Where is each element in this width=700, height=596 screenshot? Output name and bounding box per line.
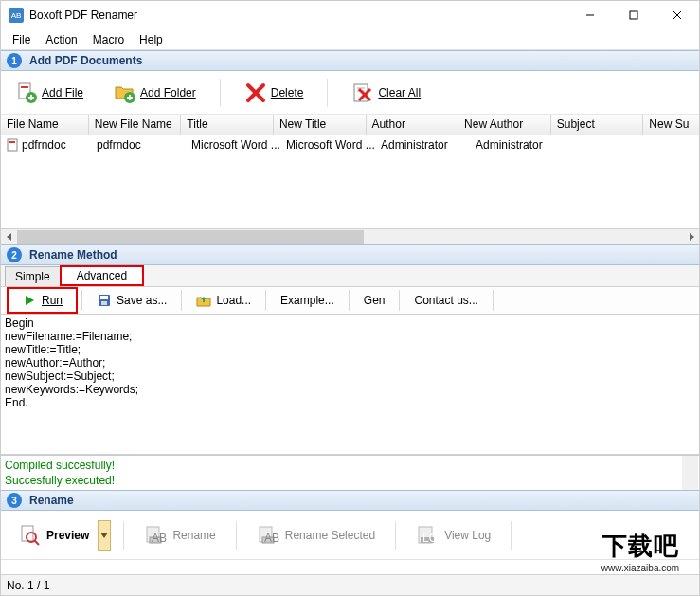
col-newauthor[interactable]: New Author [458, 115, 551, 135]
col-filename[interactable]: File Name [1, 115, 89, 135]
tabs: Simple Advanced [1, 265, 699, 286]
close-button[interactable] [655, 1, 699, 29]
menu-action[interactable]: Action [38, 31, 84, 48]
section-rename-method: 2 Rename Method [1, 244, 699, 265]
load-icon [196, 293, 211, 308]
window-title: Boxoft PDF Renamer [29, 9, 568, 22]
svg-text:AB: AB [152, 532, 167, 545]
contact-label: Contact us... [414, 294, 477, 307]
save-as-label: Save as... [117, 294, 167, 307]
svg-rect-5 [21, 86, 28, 88]
toolbar-rename: Preview AB Rename AB Rename Selected LOG… [1, 511, 699, 560]
menu-help[interactable]: Help [132, 31, 171, 48]
delete-label: Delete [271, 86, 304, 99]
col-newtitle[interactable]: New Title [274, 115, 367, 135]
maximize-button[interactable] [612, 1, 655, 29]
app-icon: AB [9, 8, 24, 23]
col-newsubject[interactable]: New Su [643, 115, 699, 135]
section-title: Add PDF Documents [29, 54, 142, 67]
preview-dropdown[interactable] [98, 520, 111, 551]
cell-title: Microsoft Word ... [186, 136, 280, 154]
menu-file[interactable]: File [5, 31, 38, 48]
add-folder-icon [114, 81, 136, 104]
example-label: Example... [280, 294, 334, 307]
view-log-label: View Log [444, 529, 491, 542]
rename-selected-button[interactable]: AB Rename Selected [248, 519, 384, 551]
view-log-button[interactable]: LOG View Log [407, 519, 499, 551]
delete-button[interactable]: Delete [238, 77, 311, 109]
gen-button[interactable]: Gen [353, 290, 396, 311]
clear-all-label: Clear All [378, 86, 421, 99]
grid-body[interactable]: pdfrndoc pdfrndoc Microsoft Word ... Mic… [1, 135, 699, 228]
col-title[interactable]: Title [181, 115, 274, 135]
col-subject[interactable]: Subject [551, 115, 644, 135]
statusbar: No. 1 / 1 [1, 574, 699, 595]
svg-text:LOG: LOG [422, 532, 439, 545]
section-number: 1 [7, 53, 22, 68]
svg-rect-19 [8, 139, 17, 151]
example-button[interactable]: Example... [270, 290, 345, 311]
rename-button[interactable]: AB Rename [135, 519, 224, 551]
preview-button-group: Preview [9, 518, 112, 552]
scroll-thumb[interactable] [17, 230, 364, 244]
vertical-scrollbar[interactable] [682, 456, 698, 490]
preview-button[interactable]: Preview [9, 519, 98, 551]
delete-icon [244, 81, 267, 104]
svg-rect-22 [100, 296, 108, 299]
section-add-documents: 1 Add PDF Documents [1, 50, 699, 71]
svg-line-26 [34, 540, 39, 545]
add-file-button[interactable]: Add File [9, 77, 90, 109]
cell-newfilename: pdfrndoc [91, 136, 186, 154]
save-as-button[interactable]: Save as... [86, 289, 177, 312]
svg-rect-1 [630, 11, 637, 19]
svg-text:AB: AB [264, 532, 279, 545]
titlebar: AB Boxoft PDF Renamer [1, 1, 699, 29]
tab-simple[interactable]: Simple [5, 266, 61, 286]
load-button[interactable]: Load... [186, 289, 261, 312]
svg-rect-23 [101, 301, 107, 305]
run-label: Run [42, 294, 63, 307]
view-log-icon: LOG [416, 524, 439, 547]
clear-all-icon [351, 81, 374, 104]
add-file-icon [15, 81, 38, 104]
col-author[interactable]: Author [367, 115, 459, 135]
section-rename: 3 Rename [1, 490, 699, 511]
preview-icon [18, 524, 41, 547]
load-label: Load... [216, 294, 251, 307]
preview-label: Preview [46, 529, 89, 542]
add-folder-label: Add Folder [140, 86, 196, 99]
scroll-left-icon[interactable] [1, 230, 17, 244]
compile-output: Compiled succesfully! Succesfully execut… [1, 455, 699, 490]
minimize-button[interactable] [568, 1, 612, 29]
menubar: File Action Macro Help [1, 29, 699, 50]
rename-label: Rename [172, 529, 215, 542]
tab-advanced[interactable]: Advanced [60, 265, 144, 286]
grid-header: File Name New File Name Title New Title … [1, 115, 699, 135]
scroll-right-icon[interactable] [683, 230, 699, 244]
contact-button[interactable]: Contact us... [404, 290, 488, 311]
pdf-icon [7, 138, 20, 152]
rename-icon: AB [144, 524, 167, 547]
horizontal-scrollbar[interactable] [1, 228, 699, 244]
section-number: 3 [7, 493, 22, 508]
status-line1: Compiled succesfully! [1, 458, 699, 473]
cell-newauthor: Administrator [470, 136, 565, 154]
run-icon [22, 293, 37, 308]
toolbar-script: Run Save as... Load... Example... Gen Co… [1, 286, 699, 315]
clear-all-button[interactable]: Clear All [345, 77, 427, 109]
separator [327, 79, 328, 107]
section-title: Rename [29, 494, 74, 507]
script-editor[interactable]: Begin newFilename:=Filename; newTitle:=T… [1, 315, 699, 455]
menu-macro[interactable]: Macro [85, 31, 132, 48]
table-row[interactable]: pdfrndoc pdfrndoc Microsoft Word ... Mic… [1, 135, 699, 154]
section-number: 2 [7, 247, 22, 262]
col-newfilename[interactable]: New File Name [89, 115, 182, 135]
cell-newtitle: Microsoft Word ... [280, 136, 375, 154]
status-position: No. 1 / 1 [7, 579, 49, 592]
separator [220, 79, 221, 107]
add-folder-button[interactable]: Add Folder [107, 77, 203, 109]
status-line2: Succesfully executed! [1, 473, 699, 488]
gen-label: Gen [364, 294, 386, 307]
run-button[interactable]: Run [7, 287, 78, 314]
save-icon [97, 293, 112, 308]
